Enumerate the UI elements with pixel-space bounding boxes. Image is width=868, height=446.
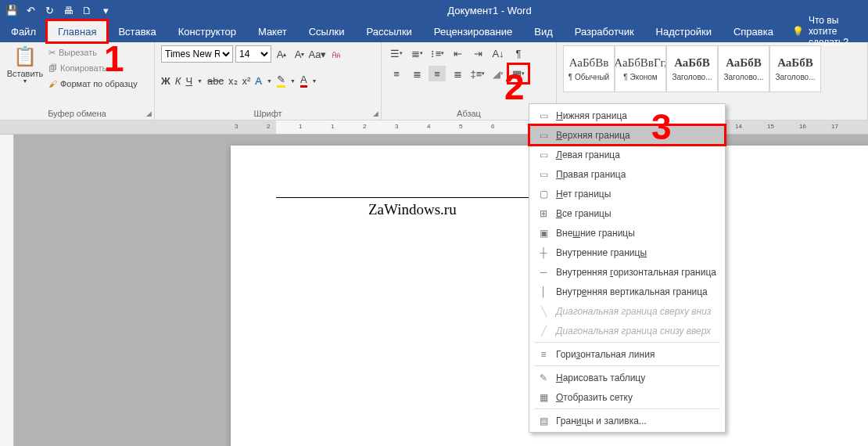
align-center-icon[interactable]: ≣ xyxy=(408,66,425,81)
menu-item[interactable]: ▭Нижняя граница xyxy=(529,106,725,125)
menu-separator xyxy=(534,408,720,409)
tab-references[interactable]: Ссылки xyxy=(298,20,356,42)
tab-insert[interactable]: Вставка xyxy=(107,20,167,42)
underline-button[interactable]: Ч xyxy=(185,75,192,87)
tab-review[interactable]: Рецензирование xyxy=(423,20,523,42)
numbering-icon[interactable]: ≣▾ xyxy=(408,45,425,61)
shrink-font-icon[interactable]: A▾ xyxy=(292,46,307,62)
menu-item[interactable]: ▢Нет границы xyxy=(529,184,725,203)
border-option-icon: ⊞ xyxy=(537,208,550,219)
menu-item-label: Нарисовать таблицу xyxy=(556,372,645,383)
qat-more-icon[interactable]: ▾ xyxy=(97,2,114,19)
scissors-icon: ✂ xyxy=(48,48,56,58)
quick-print-icon[interactable]: 🖶 xyxy=(59,2,77,19)
menu-item-label: Верхняя граница xyxy=(556,130,630,141)
strike-button[interactable]: abc xyxy=(207,75,224,87)
align-left-icon[interactable]: ≡ xyxy=(388,66,405,81)
menu-item[interactable]: ▭Правая граница xyxy=(529,164,725,184)
menu-item[interactable]: ⊞Все границы xyxy=(529,203,725,223)
dialog-launcher-icon[interactable]: ◢ xyxy=(373,110,378,117)
ruler-tick: 16 xyxy=(799,123,806,130)
subscript-button[interactable]: x₂ xyxy=(228,75,238,87)
undo-icon[interactable]: ↶ xyxy=(22,2,39,19)
clear-format-icon[interactable]: 🗛 xyxy=(328,46,343,62)
style-item[interactable]: АаБбВв¶ Обычный xyxy=(563,45,615,92)
horizontal-ruler[interactable]: 321123456 14151617 xyxy=(0,120,868,135)
border-option-icon: ▭ xyxy=(537,149,550,160)
tab-design[interactable]: Конструктор xyxy=(167,20,247,42)
line-spacing-icon[interactable]: ‡≡▾ xyxy=(469,66,486,81)
text-effects-button[interactable]: A xyxy=(255,75,262,87)
tab-developer[interactable]: Разработчик xyxy=(564,20,645,42)
multilevel-icon[interactable]: ⫶≡▾ xyxy=(429,45,446,61)
change-case-icon[interactable]: Aa▾ xyxy=(310,46,325,62)
menu-item[interactable]: ▤Границы и заливка... xyxy=(529,411,725,430)
menu-item-label: Диагональная граница снизу вверх xyxy=(556,326,711,336)
ruler-tick: 4 xyxy=(427,123,430,130)
highlight-button[interactable]: ✎ xyxy=(277,74,285,88)
style-item[interactable]: АаБбВЗаголово... xyxy=(666,45,718,92)
menu-item[interactable]: ✎Нарисовать таблицу xyxy=(529,368,725,387)
bullets-icon[interactable]: ☰▾ xyxy=(388,45,405,61)
style-name: Заголово... xyxy=(770,73,820,81)
menu-item[interactable]: ▣Внешние границы xyxy=(529,223,725,243)
menu-item[interactable]: ▭Верхняя граница xyxy=(529,125,725,145)
grow-font-icon[interactable]: A▴ xyxy=(274,46,289,62)
dialog-launcher-icon[interactable]: ◢ xyxy=(146,110,152,117)
menu-item[interactable]: ─Внутренняя горизонтальная граница xyxy=(529,262,725,282)
quick-access-toolbar: 💾 ↶ ↻ 🖶 🗋 ▾ xyxy=(3,2,114,19)
menu-item-label: Нижняя граница xyxy=(556,110,627,121)
menu-item[interactable]: ┼Внутренние границы xyxy=(529,243,725,262)
tab-home[interactable]: Главная xyxy=(47,20,107,42)
shading-icon[interactable]: ◢▾ xyxy=(490,66,507,81)
tab-file[interactable]: Файл xyxy=(0,20,47,42)
tab-layout[interactable]: Макет xyxy=(247,20,298,42)
superscript-button[interactable]: x² xyxy=(242,75,251,87)
callout-box-2 xyxy=(507,63,530,85)
vertical-ruler[interactable] xyxy=(0,135,14,446)
font-group-label: Шрифт xyxy=(161,107,375,119)
tell-me[interactable]: 💡 Что вы хотите сделать? xyxy=(784,20,868,42)
sort-icon[interactable]: A↓ xyxy=(490,45,507,61)
ruler-tick: 3 xyxy=(395,123,398,130)
tab-view[interactable]: Вид xyxy=(523,20,564,42)
redo-icon[interactable]: ↻ xyxy=(41,2,58,19)
tab-mailings[interactable]: Рассылки xyxy=(355,20,422,42)
style-item[interactable]: АаБбВЗаголово... xyxy=(769,45,821,92)
new-doc-icon[interactable]: 🗋 xyxy=(78,2,95,19)
ribbon: 📋 Вставить ▼ ✂Вырезать 🗐Копировать 🖌Форм… xyxy=(0,42,868,120)
bold-button[interactable]: Ж xyxy=(161,75,170,87)
save-icon[interactable]: 💾 xyxy=(3,2,20,19)
menu-item[interactable]: ▦Отобразить сетку xyxy=(529,387,725,407)
tab-addins[interactable]: Надстройки xyxy=(645,20,723,42)
menu-separator xyxy=(534,342,720,343)
align-justify-icon[interactable]: ≣ xyxy=(449,66,466,81)
font-name-select[interactable]: Times New R xyxy=(161,45,233,63)
menu-item[interactable]: ≡Горизонтальная линия xyxy=(529,344,725,364)
menu-item-label: Внутренняя горизонтальная граница xyxy=(556,267,716,278)
font-color-button[interactable]: A xyxy=(300,74,307,88)
menu-item[interactable]: │Внутренняя вертикальная граница xyxy=(529,282,725,301)
style-name: ¶ Обычный xyxy=(564,73,614,81)
style-item[interactable]: АаБбВвГг,¶ Эконом xyxy=(615,45,666,92)
paste-button[interactable]: 📋 Вставить ▼ xyxy=(6,45,44,84)
ruler-tick: 5 xyxy=(459,123,462,130)
menu-item[interactable]: ▭Левая граница xyxy=(529,145,725,164)
style-name: Заголово... xyxy=(719,73,769,81)
style-preview: АаБбВвГг, xyxy=(615,56,666,70)
font-size-select[interactable]: 14 xyxy=(235,45,271,63)
cut-button[interactable]: ✂Вырезать xyxy=(48,45,138,59)
borders-button[interactable]: ▦▾ xyxy=(510,66,527,81)
ruler-tick: 3 xyxy=(235,123,238,130)
paste-label: Вставить xyxy=(7,69,44,78)
indent-increase-icon[interactable]: ⇥ xyxy=(469,45,486,61)
style-item[interactable]: АаБбВЗаголово... xyxy=(718,45,769,92)
copy-button[interactable]: 🗐Копировать xyxy=(48,61,138,75)
ruler-tick: 2 xyxy=(363,123,366,130)
align-right-icon[interactable]: ≡ xyxy=(429,66,446,81)
italic-button[interactable]: К xyxy=(175,75,181,87)
tab-help[interactable]: Справка xyxy=(723,20,784,42)
indent-decrease-icon[interactable]: ⇤ xyxy=(449,45,466,61)
format-painter-button[interactable]: 🖌Формат по образцу xyxy=(48,77,138,91)
show-marks-icon[interactable]: ¶ xyxy=(510,45,527,61)
